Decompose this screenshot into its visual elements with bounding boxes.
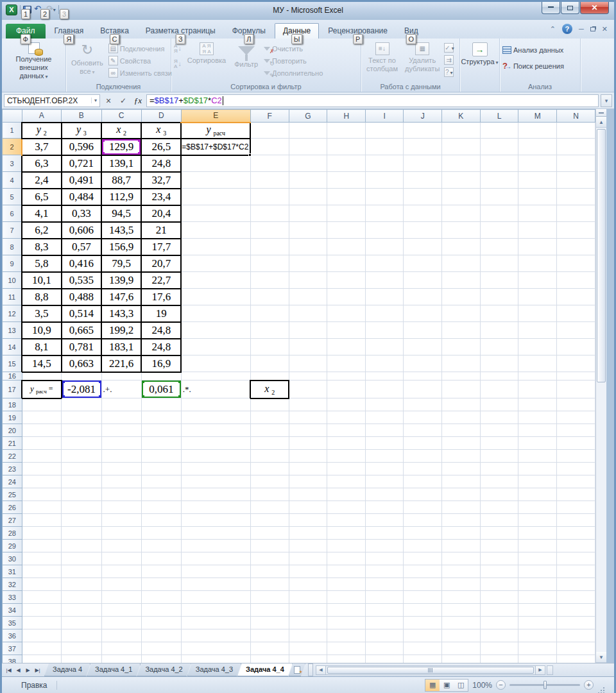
cell-B25[interactable] bbox=[62, 488, 102, 501]
cell-K5[interactable] bbox=[442, 189, 481, 205]
cell-F30[interactable] bbox=[250, 552, 289, 565]
cell-D5[interactable]: 23,4 bbox=[141, 189, 181, 205]
row-header-31[interactable]: 31 bbox=[3, 565, 22, 578]
row-header-20[interactable]: 20 bbox=[3, 424, 22, 437]
cell-F20[interactable] bbox=[250, 424, 289, 437]
cell-H5[interactable] bbox=[327, 189, 366, 205]
cell-B29[interactable] bbox=[62, 540, 102, 552]
cell-K13[interactable] bbox=[442, 322, 481, 339]
cell-M21[interactable] bbox=[518, 437, 557, 450]
sheet-tab-Задача 4_3[interactable]: Задача 4_3 bbox=[187, 663, 241, 676]
page-layout-view-icon[interactable]: ▣ bbox=[440, 680, 454, 691]
cell-H1[interactable] bbox=[327, 123, 366, 139]
cell-G6[interactable] bbox=[289, 205, 327, 222]
cell-A7[interactable]: 6,2 bbox=[22, 222, 61, 239]
cell-F28[interactable] bbox=[250, 527, 289, 540]
cell-C38[interactable] bbox=[101, 655, 141, 663]
cell-E36[interactable] bbox=[181, 629, 250, 642]
cell-N31[interactable] bbox=[557, 565, 595, 578]
text-to-columns-button[interactable]: ≡↓ Текст по столбцам bbox=[364, 41, 400, 82]
cell-I34[interactable] bbox=[366, 604, 404, 617]
cell-D17[interactable]: 0,061 bbox=[141, 381, 181, 398]
cell-F23[interactable] bbox=[250, 463, 289, 475]
cell-G27[interactable] bbox=[289, 514, 327, 527]
cell-I7[interactable] bbox=[366, 222, 404, 239]
cell-L26[interactable] bbox=[480, 501, 518, 514]
cell-C15[interactable]: 221,6 bbox=[101, 355, 141, 372]
row-header-25[interactable]: 25 bbox=[3, 488, 22, 501]
structure-button[interactable]: → Структура bbox=[463, 41, 497, 82]
cell-M22[interactable] bbox=[518, 450, 557, 463]
cell-A1[interactable]: y 2 bbox=[22, 123, 61, 139]
cell-M32[interactable] bbox=[518, 578, 557, 591]
cell-D20[interactable] bbox=[141, 424, 181, 437]
cell-G26[interactable] bbox=[289, 501, 327, 514]
row-header-37[interactable]: 37 bbox=[3, 642, 22, 655]
cell-M36[interactable] bbox=[518, 629, 557, 642]
cell-F5[interactable] bbox=[250, 189, 289, 205]
cell-A28[interactable] bbox=[22, 527, 61, 540]
row-header-23[interactable]: 23 bbox=[3, 463, 22, 475]
cell-M34[interactable] bbox=[518, 604, 557, 617]
cell-N28[interactable] bbox=[557, 527, 595, 540]
cell-L4[interactable] bbox=[480, 172, 518, 189]
cell-G10[interactable] bbox=[289, 272, 327, 289]
cell-L12[interactable] bbox=[480, 305, 518, 322]
cell-C10[interactable]: 139,9 bbox=[101, 272, 141, 289]
cell-K21[interactable] bbox=[442, 437, 481, 450]
cell-H22[interactable] bbox=[327, 450, 366, 463]
cell-E38[interactable] bbox=[181, 655, 250, 663]
cell-M1[interactable] bbox=[518, 123, 557, 139]
cell-N5[interactable] bbox=[557, 189, 595, 205]
insert-function-button[interactable]: ƒx bbox=[132, 95, 144, 107]
cell-B11[interactable]: 0,488 bbox=[62, 289, 102, 305]
cell-K23[interactable] bbox=[442, 463, 481, 475]
collapse-ribbon-icon[interactable]: ⌃ bbox=[550, 25, 556, 33]
cell-F16[interactable] bbox=[250, 372, 289, 381]
cell-G16[interactable] bbox=[289, 372, 327, 381]
cell-H20[interactable] bbox=[327, 424, 366, 437]
row-header-12[interactable]: 12 bbox=[3, 305, 22, 322]
cell-J36[interactable] bbox=[404, 629, 442, 642]
cell-I29[interactable] bbox=[366, 540, 404, 552]
scroll-up-icon[interactable]: ▲ bbox=[596, 117, 606, 128]
cell-J23[interactable] bbox=[404, 463, 442, 475]
cell-N37[interactable] bbox=[557, 642, 595, 655]
scroll-left-icon[interactable]: ◀ bbox=[316, 665, 326, 675]
consolidate-icon[interactable]: ⇉ bbox=[444, 55, 454, 65]
cell-M29[interactable] bbox=[518, 540, 557, 552]
cell-I1[interactable] bbox=[366, 123, 404, 139]
cell-B17[interactable]: -2,081 bbox=[62, 381, 102, 398]
cell-I12[interactable] bbox=[366, 305, 404, 322]
cell-E12[interactable] bbox=[181, 305, 250, 322]
cell-E14[interactable] bbox=[181, 339, 250, 355]
cell-M3[interactable] bbox=[518, 155, 557, 172]
cell-H18[interactable] bbox=[327, 398, 366, 411]
cell-G30[interactable] bbox=[289, 552, 327, 565]
tab-Данные[interactable]: ДанныеЫ bbox=[275, 23, 319, 38]
cell-K20[interactable] bbox=[442, 424, 481, 437]
cell-H8[interactable] bbox=[327, 239, 366, 255]
cell-G29[interactable] bbox=[289, 540, 327, 552]
cell-E6[interactable] bbox=[181, 205, 250, 222]
edit-links-button[interactable]: ∞ Изменить связи bbox=[108, 67, 172, 79]
cell-C18[interactable] bbox=[101, 398, 141, 411]
formula-input[interactable]: =$B$17+$D$17*C2 bbox=[146, 94, 599, 107]
cell-E17[interactable]: .*. bbox=[181, 381, 250, 398]
sheet-tab-Задача 4_1[interactable]: Задача 4_1 bbox=[87, 663, 141, 676]
cell-M31[interactable] bbox=[518, 565, 557, 578]
row-header-3[interactable]: 3 bbox=[3, 155, 22, 172]
cell-H31[interactable] bbox=[327, 565, 366, 578]
cell-K37[interactable] bbox=[442, 642, 481, 655]
cell-B14[interactable]: 0,781 bbox=[62, 339, 102, 355]
cell-J31[interactable] bbox=[404, 565, 442, 578]
cell-B20[interactable] bbox=[62, 424, 102, 437]
cell-C37[interactable] bbox=[101, 642, 141, 655]
cell-G20[interactable] bbox=[289, 424, 327, 437]
cell-L1[interactable] bbox=[480, 123, 518, 139]
cell-A3[interactable]: 6,3 bbox=[22, 155, 61, 172]
cell-A22[interactable] bbox=[22, 450, 61, 463]
cell-B7[interactable]: 0,606 bbox=[62, 222, 102, 239]
cell-D27[interactable] bbox=[141, 514, 181, 527]
last-sheet-icon[interactable]: ▶| bbox=[33, 667, 42, 673]
